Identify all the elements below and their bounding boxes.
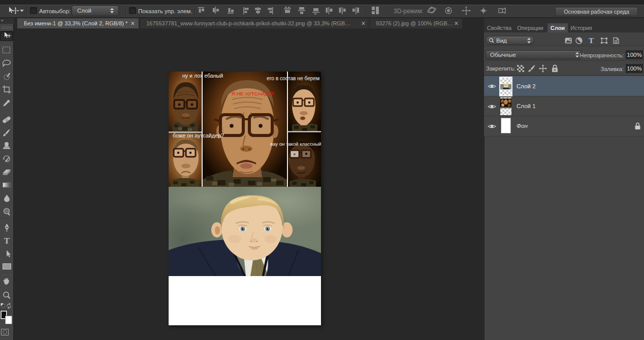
svg-text:T: T	[4, 236, 10, 246]
svg-text:боже он аутсайдер?: боже он аутсайдер?	[173, 132, 224, 139]
svg-text:T: T	[589, 37, 594, 44]
svg-text:Я НЕ АУТСАЙДЕР: Я НЕ АУТСАЙДЕР	[232, 91, 275, 96]
svg-text:вау он такой классный: вау он такой классный	[270, 141, 321, 147]
svg-text:ну и лох ебаный: ну и лох ебаный	[182, 73, 223, 79]
svg-text:его в состав не берем: его в состав не берем	[267, 76, 319, 81]
